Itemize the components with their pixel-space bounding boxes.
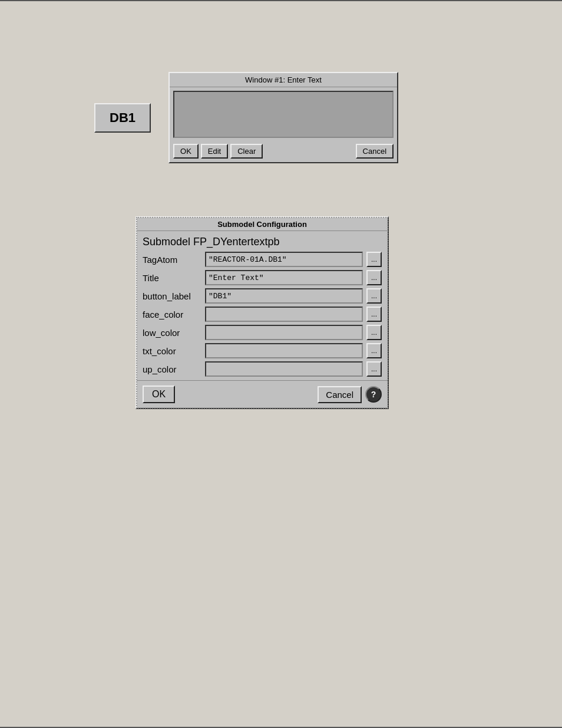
field-row-title: Title ... [143,270,382,285]
submodel-titlebar: Submodel Configuration [137,218,388,231]
field-input-title[interactable] [205,270,363,285]
browse-btn-up-color[interactable]: ... [366,361,382,377]
field-row-tagatom: TagAtom ... [143,252,382,267]
enter-text-buttons: OK Edit Clear Cancel [170,141,397,162]
help-button[interactable]: ? [365,386,382,403]
field-label-up-color: up_color [143,364,201,374]
browse-btn-face-color[interactable]: ... [366,307,382,322]
field-input-txt-color[interactable] [205,343,363,358]
field-row-low-color: low_color ... [143,325,382,340]
browse-btn-button-label[interactable]: ... [366,288,382,304]
field-label-button-label: button_label [143,291,201,301]
browse-btn-txt-color[interactable]: ... [366,343,382,358]
submodel-name: Submodel FP_DYentertextpb [137,231,388,252]
ok-button[interactable]: OK [173,144,199,159]
field-input-tagatom[interactable] [205,252,363,267]
submodel-configuration-dialog: Submodel Configuration Submodel FP_DYent… [135,216,389,409]
submodel-ok-button[interactable]: OK [143,386,175,403]
submodel-fields: TagAtom ... Title ... button_label ... [137,252,388,377]
field-row-button-label: button_label ... [143,288,382,304]
field-row-face-color: face_color ... [143,307,382,322]
bottom-section: Submodel Configuration Submodel FP_DYent… [0,199,562,444]
field-label-face-color: face_color [143,309,201,319]
browse-btn-low-color[interactable]: ... [366,325,382,340]
top-section: DB1 Window #1: Enter Text OK Edit Clear … [0,1,562,199]
field-input-face-color[interactable] [205,307,363,322]
field-input-up-color[interactable] [205,361,363,377]
field-label-tagatom: TagAtom [143,255,201,265]
page-container: DB1 Window #1: Enter Text OK Edit Clear … [0,0,562,728]
browse-btn-title[interactable]: ... [366,270,382,285]
enter-text-dialog: Window #1: Enter Text OK Edit Clear Canc… [168,72,398,163]
field-label-title: Title [143,273,201,283]
field-row-txt-color: txt_color ... [143,343,382,358]
db1-button[interactable]: DB1 [94,103,151,133]
field-label-txt-color: txt_color [143,346,201,356]
field-input-low-color[interactable] [205,325,363,340]
submodel-cancel-button[interactable]: Cancel [318,386,362,403]
enter-text-content-area [173,91,394,138]
browse-btn-tagatom[interactable]: ... [366,252,382,267]
enter-text-titlebar: Window #1: Enter Text [170,73,397,87]
edit-button[interactable]: Edit [201,144,228,159]
submodel-footer: OK Cancel ? [137,380,388,408]
cancel-button[interactable]: Cancel [356,144,394,159]
clear-button[interactable]: Clear [230,144,263,159]
field-input-button-label[interactable] [205,288,363,304]
field-row-up-color: up_color ... [143,361,382,377]
field-label-low-color: low_color [143,328,201,338]
